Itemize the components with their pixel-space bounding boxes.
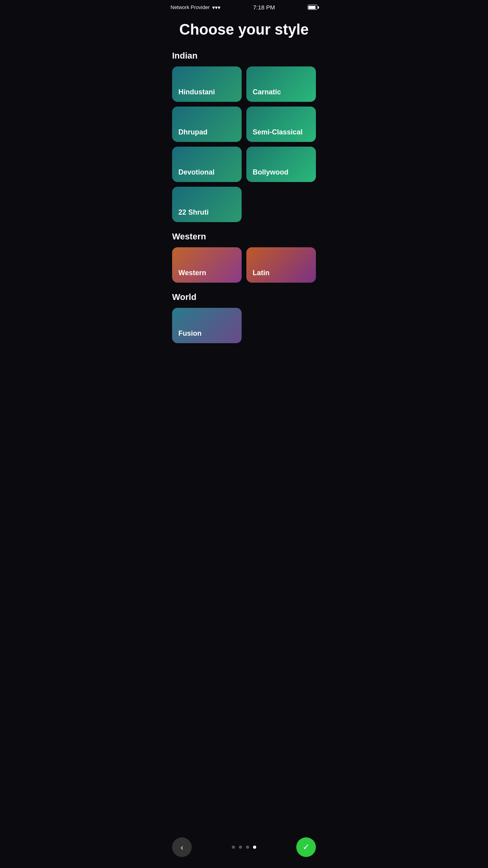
style-button-bollywood[interactable]: Bollywood [246, 147, 316, 182]
style-button-fusion[interactable]: Fusion [172, 308, 242, 343]
status-time: 7:18 PM [253, 4, 275, 11]
section-label-western: Western [172, 232, 316, 242]
style-button-western[interactable]: Western [172, 247, 242, 283]
world-grid-row1: Fusion [172, 308, 316, 343]
status-left: Network Provider ▾▾▾ [171, 4, 220, 11]
section-indian: Indian Hindustani Carnatic Dhrupad Semi-… [172, 51, 316, 222]
indian-grid-row1: Hindustani Carnatic [172, 66, 316, 102]
battery-icon [308, 5, 317, 10]
indian-grid-row2: Dhrupad Semi-Classical [172, 107, 316, 142]
style-button-carnatic[interactable]: Carnatic [246, 66, 316, 102]
style-button-22-shruti[interactable]: 22 Shruti [172, 187, 242, 222]
section-western: Western Western Latin [172, 232, 316, 283]
style-button-latin[interactable]: Latin [246, 247, 316, 283]
wifi-icon: ▾▾▾ [212, 4, 220, 11]
section-world: World Fusion [172, 292, 316, 343]
main-content: Choose your style Indian Hindustani Carn… [163, 13, 325, 392]
battery-fill [308, 6, 316, 9]
section-label-world: World [172, 292, 316, 302]
style-button-hindustani[interactable]: Hindustani [172, 66, 242, 102]
carrier-label: Network Provider [171, 4, 210, 10]
style-button-devotional[interactable]: Devotional [172, 147, 242, 182]
status-bar: Network Provider ▾▾▾ 7:18 PM [163, 0, 325, 13]
indian-grid-row4: 22 Shruti [172, 187, 316, 222]
style-button-dhrupad[interactable]: Dhrupad [172, 107, 242, 142]
indian-grid-row3: Devotional Bollywood [172, 147, 316, 182]
status-right [308, 5, 317, 10]
section-label-indian: Indian [172, 51, 316, 61]
style-button-semi-classical[interactable]: Semi-Classical [246, 107, 316, 142]
page-title: Choose your style [172, 21, 316, 39]
western-grid-row1: Western Latin [172, 247, 316, 283]
